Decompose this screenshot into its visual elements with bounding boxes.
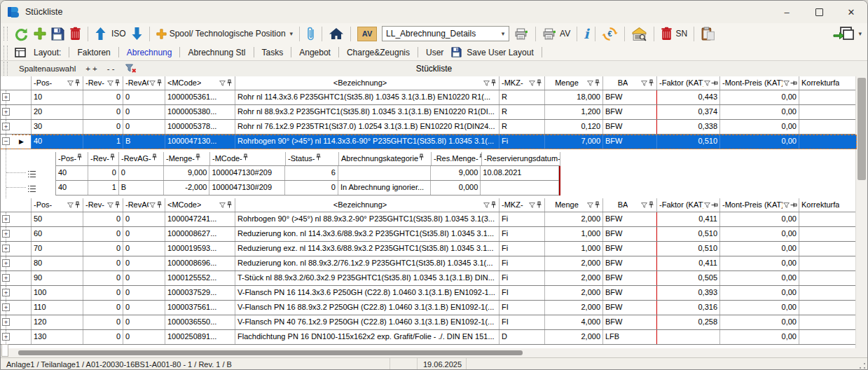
cell-mcode[interactable]: 1000005361... xyxy=(165,90,235,104)
column-header--RevAG-[interactable]: -RevAG- xyxy=(119,152,164,165)
cell-korrektur[interactable] xyxy=(799,315,857,329)
cell-pos[interactable]: 70 xyxy=(32,242,83,256)
pin-icon[interactable] xyxy=(648,79,654,87)
add-button[interactable] xyxy=(34,27,46,40)
tab-angebot[interactable]: Angebot xyxy=(297,48,333,57)
cell-pos[interactable]: 80 xyxy=(32,256,83,270)
cell-bezeichnung[interactable]: T-Stück nl 88.9x3.2/60.3x2.9 P235GHTC1(S… xyxy=(235,271,500,285)
cell-bezeichnung[interactable]: Rohrbogen 90° (>45°) nl 114.3x3.6-90° P2… xyxy=(235,135,500,149)
column-header--Reservierungsdatum-[interactable]: -Reservierungsdatum- xyxy=(482,152,560,165)
filter-icon[interactable] xyxy=(106,202,114,209)
cell-revag[interactable]: 0 xyxy=(123,301,165,315)
cell-mcode[interactable]: 1000125552... xyxy=(165,271,235,285)
pin-icon[interactable] xyxy=(109,153,116,161)
cell-mont[interactable]: 0,00 xyxy=(720,286,799,300)
cell-mcode[interactable]: 1000005378... xyxy=(165,120,235,134)
row-selector[interactable] xyxy=(12,227,32,241)
subcell-MCode[interactable]: 1000047130#209 xyxy=(209,166,285,180)
cell-ba[interactable]: BFW xyxy=(603,105,657,119)
expand-button[interactable]: + xyxy=(2,215,10,223)
cell-menge[interactable]: 1,000 xyxy=(545,227,603,241)
cell-mont[interactable]: 0,00 xyxy=(720,271,799,285)
cell-korrektur[interactable] xyxy=(799,120,857,134)
table-row[interactable]: +80001000008696...Reduzierung kon. nl 88… xyxy=(1,256,857,271)
subcell-Menge[interactable]: 9,000 xyxy=(164,166,210,180)
export-button[interactable]: ▾ xyxy=(833,26,862,41)
cell-pos[interactable]: 50 xyxy=(32,212,83,226)
cell-rev[interactable]: 0 xyxy=(83,315,123,329)
column-header-faktor[interactable]: -Faktor (KAT) xyxy=(657,198,720,212)
column-header--Pos-[interactable]: -Pos- xyxy=(56,152,88,165)
column-header-mcode[interactable]: <MCode> xyxy=(165,198,235,212)
cell-ba[interactable]: BFW xyxy=(603,256,657,270)
delete-button[interactable] xyxy=(69,27,81,41)
pin-icon[interactable] xyxy=(156,79,163,87)
row-selector[interactable] xyxy=(12,242,32,256)
cell-mcode[interactable]: 1000036550... xyxy=(165,315,235,329)
cell-ba[interactable]: BFW xyxy=(603,242,657,256)
pin-icon[interactable] xyxy=(594,201,600,209)
cell-pos[interactable]: 100 xyxy=(32,286,83,300)
detail-list-icon[interactable] xyxy=(27,168,37,177)
cell-mcode[interactable]: 1000037561... xyxy=(165,301,235,315)
cell-ba[interactable]: BFW xyxy=(603,120,657,134)
cell-mcode[interactable]: 1000005380... xyxy=(165,105,235,119)
table-row[interactable]: +110001000037561...V-Flansch PN 16 88.9x… xyxy=(1,301,857,315)
table-row[interactable]: +10001000005361...Rohr nl 114.3x3.6 P235… xyxy=(1,90,857,105)
cell-rev[interactable]: 0 xyxy=(83,256,123,270)
cell-revag[interactable]: 0 xyxy=(123,271,165,285)
table-row[interactable]: +30001000005378...Rohr nl 76.1x2.9 P235T… xyxy=(1,120,857,135)
subcell-Reservierungsdatum[interactable]: 10.08.2021 xyxy=(481,166,559,180)
subcell-Pos[interactable]: 40 xyxy=(56,166,88,180)
cell-faktor[interactable]: 0,374 xyxy=(657,105,720,119)
cell-faktor[interactable]: 0,411 xyxy=(657,212,720,226)
attachment-button[interactable] xyxy=(306,26,315,41)
column-header-revag[interactable]: -RevAG- xyxy=(123,198,165,212)
cell-korrektur[interactable] xyxy=(799,271,857,285)
tab-abrechnung-stl[interactable]: Abrechnung Stl xyxy=(186,48,247,57)
cell-korrektur[interactable] xyxy=(799,105,857,119)
cell-bezeichnung[interactable]: V-Flansch PN 40 76.1x2.9 P250GH (C22.8) … xyxy=(235,315,500,329)
spool-position-button[interactable]: Spool/ Technologische Position ▾ xyxy=(156,29,293,39)
subcell-Reservierungsdatum[interactable] xyxy=(481,181,559,195)
subcell-Res.Menge[interactable]: 9,000 xyxy=(431,166,481,180)
pin-icon[interactable] xyxy=(594,79,600,87)
filter-icon[interactable] xyxy=(219,202,226,209)
cell-rev[interactable]: 0 xyxy=(83,105,123,119)
cell-mont[interactable]: 0,00 xyxy=(720,330,799,344)
cell-mont[interactable]: 0,00 xyxy=(720,256,799,270)
cell-mkz[interactable]: Fi xyxy=(500,271,545,285)
cell-pos[interactable]: 20 xyxy=(32,105,83,119)
expand-button[interactable]: + xyxy=(2,333,10,341)
filter-icon[interactable] xyxy=(640,202,648,209)
cell-menge[interactable]: 7,000 xyxy=(545,135,603,149)
cell-mkz[interactable]: FI xyxy=(500,301,545,315)
pin-icon[interactable] xyxy=(536,79,542,87)
print-av-button[interactable]: AV xyxy=(542,28,570,40)
cell-pos[interactable]: 110 xyxy=(32,301,83,315)
cell-mkz[interactable]: Fi xyxy=(500,212,545,226)
minimize-button[interactable]: – xyxy=(771,1,803,23)
cell-mcode[interactable]: 1000250891... xyxy=(165,330,235,344)
cell-mont[interactable]: 0,00 xyxy=(720,120,799,134)
cell-pos[interactable]: 10 xyxy=(32,90,83,104)
cell-korrektur[interactable] xyxy=(799,242,857,256)
chevron-down-icon[interactable]: ▾ xyxy=(497,30,509,37)
cell-mont[interactable]: 0,00 xyxy=(720,227,799,241)
cell-ba[interactable]: BFW xyxy=(603,135,657,149)
cell-bezeichnung[interactable]: Rohr nl 88.9x3.2 P235GHTC1(St35.8I) 1.03… xyxy=(235,105,500,119)
cell-mont[interactable]: 0,00 xyxy=(720,135,799,149)
subcell-Rev[interactable]: 0 xyxy=(88,166,119,180)
cell-faktor[interactable]: 0,338 xyxy=(657,120,720,134)
column-header-pos[interactable]: -Pos- xyxy=(32,198,83,212)
column-header--Rev-[interactable]: -Rev- xyxy=(88,152,119,165)
cell-menge[interactable]: 2,000 xyxy=(545,271,603,285)
column-header--MCode-[interactable]: -MCode- xyxy=(210,152,286,165)
column-header-bezeichnung[interactable]: <Bezeichnung> xyxy=(235,76,500,90)
filter-icon[interactable] xyxy=(67,202,74,209)
cell-ba[interactable]: LFB xyxy=(603,330,657,344)
expand-button[interactable]: + xyxy=(2,245,10,252)
table-row[interactable]: +20001000005380...Rohr nl 88.9x3.2 P235G… xyxy=(1,105,857,120)
row-selector[interactable] xyxy=(12,120,32,134)
row-selector[interactable] xyxy=(12,315,32,329)
